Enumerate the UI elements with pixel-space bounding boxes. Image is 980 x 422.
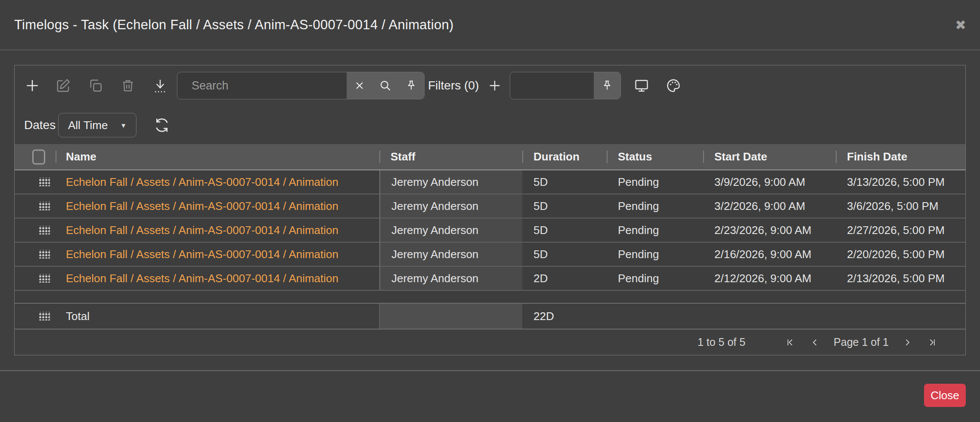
table-row: Echelon Fall / Assets / Anim-AS-0007-001…	[15, 170, 965, 194]
cell-duration: 5D	[522, 219, 607, 242]
header-start-date: Start Date	[703, 144, 836, 169]
cell-name: Echelon Fall / Assets / Anim-AS-0007-001…	[15, 267, 379, 290]
task-link[interactable]: Echelon Fall / Assets / Anim-AS-0007-001…	[66, 224, 338, 237]
clear-search-button[interactable]	[347, 72, 372, 99]
search-actions	[347, 72, 424, 99]
delete-button[interactable]	[121, 78, 135, 93]
cell-duration: 2D	[522, 267, 607, 290]
timelogs-panel: Filters (0) Dates All Time ▼	[14, 65, 966, 355]
cell-duration: 5D	[522, 243, 607, 266]
task-link[interactable]: Echelon Fall / Assets / Anim-AS-0007-001…	[66, 176, 338, 189]
cell-total-start	[703, 304, 836, 329]
drag-handle-icon[interactable]	[38, 202, 50, 210]
table-row: Echelon Fall / Assets / Anim-AS-0007-001…	[15, 267, 965, 291]
cell-status: Pending	[607, 170, 703, 194]
refresh-button[interactable]	[153, 117, 171, 134]
pin-filter-button[interactable]	[594, 72, 620, 99]
table-row: Echelon Fall / Assets / Anim-AS-0007-001…	[15, 219, 965, 243]
drag-handle-icon[interactable]	[38, 178, 50, 186]
drag-handle-icon[interactable]	[38, 274, 50, 283]
total-row: Total 22D	[15, 304, 965, 330]
date-range-value: All Time	[68, 118, 108, 132]
footer-divider	[0, 370, 980, 371]
cell-name: Echelon Fall / Assets / Anim-AS-0007-001…	[15, 170, 379, 194]
cell-total-staff	[379, 304, 522, 329]
header-divider	[56, 151, 56, 163]
first-page-icon	[785, 337, 795, 348]
dates-row: Dates All Time ▼	[15, 106, 965, 144]
export-button[interactable]	[152, 77, 168, 94]
previous-page-button[interactable]	[803, 337, 828, 348]
table-row: Echelon Fall / Assets / Anim-AS-0007-001…	[15, 194, 965, 219]
last-page-icon	[927, 337, 937, 348]
edit-icon	[56, 78, 71, 93]
download-icon	[152, 77, 168, 94]
pin-icon	[601, 79, 613, 92]
column-label: Staff	[391, 150, 416, 163]
toolbar: Filters (0)	[15, 65, 965, 106]
column-label: Finish Date	[847, 150, 907, 163]
close-icon[interactable]: ✖	[952, 15, 969, 34]
close-button-label: Close	[930, 389, 959, 402]
drag-handle-icon	[38, 312, 50, 320]
chevron-left-icon	[810, 337, 820, 348]
drag-handle-icon[interactable]	[38, 226, 50, 234]
filters-label: Filters (0)	[428, 79, 479, 92]
pin-search-button[interactable]	[398, 72, 424, 99]
cell-total-duration: 22D	[522, 304, 607, 329]
cell-start-date: 2/16/2026, 9:00 AM	[703, 243, 836, 266]
total-label: Total	[66, 310, 90, 323]
date-range-dropdown[interactable]: All Time ▼	[58, 113, 136, 137]
cell-total-status	[607, 304, 703, 329]
cell-finish-date: 2/27/2026, 5:00 PM	[836, 219, 965, 242]
task-link[interactable]: Echelon Fall / Assets / Anim-AS-0007-001…	[66, 248, 338, 261]
column-label: Start Date	[714, 150, 767, 163]
theme-button[interactable]	[666, 78, 681, 93]
trash-icon	[121, 78, 135, 93]
task-link[interactable]: Echelon Fall / Assets / Anim-AS-0007-001…	[66, 272, 338, 285]
last-page-button[interactable]	[920, 337, 945, 348]
select-all-checkbox[interactable]	[32, 149, 45, 164]
first-page-button[interactable]	[778, 337, 803, 348]
cell-status: Pending	[607, 219, 703, 242]
search-input[interactable]	[177, 72, 347, 99]
header-name: Name	[15, 144, 379, 169]
edit-button[interactable]	[56, 78, 71, 93]
next-page-button[interactable]	[895, 337, 920, 348]
pinned-filter-input[interactable]	[510, 72, 594, 99]
cell-finish-date: 2/20/2026, 5:00 PM	[836, 243, 965, 266]
refresh-icon	[153, 117, 171, 134]
table-row: Echelon Fall / Assets / Anim-AS-0007-001…	[15, 243, 965, 267]
palette-icon	[666, 78, 681, 93]
row-range-label: 1 to 5 of 5	[698, 336, 745, 348]
display-settings-button[interactable]	[633, 78, 650, 93]
cell-total-label: Total	[15, 304, 379, 329]
header-status: Status	[607, 144, 703, 169]
chevron-down-icon: ▼	[120, 121, 127, 129]
cell-staff: Jeremy Anderson	[379, 194, 522, 218]
cell-start-date: 2/23/2026, 9:00 AM	[703, 219, 836, 242]
task-link[interactable]: Echelon Fall / Assets / Anim-AS-0007-001…	[66, 200, 338, 213]
add-filter-button[interactable]	[487, 78, 502, 93]
header-staff: Staff	[379, 144, 522, 169]
cell-status: Pending	[607, 243, 703, 266]
table-header-row: Name Staff Duration Status Start Date Fi…	[15, 144, 965, 170]
monitor-icon	[633, 78, 650, 93]
cell-name: Echelon Fall / Assets / Anim-AS-0007-001…	[15, 219, 379, 242]
empty-filler-row	[15, 291, 965, 304]
close-button[interactable]: Close	[924, 384, 966, 407]
drag-handle-icon[interactable]	[38, 250, 50, 259]
add-button[interactable]	[24, 77, 40, 94]
duplicate-button[interactable]	[88, 78, 103, 93]
run-search-button[interactable]	[372, 72, 398, 99]
pager-controls: Page 1 of 1	[778, 336, 945, 348]
dates-label: Dates	[24, 118, 56, 132]
cell-name: Echelon Fall / Assets / Anim-AS-0007-001…	[15, 194, 379, 218]
column-label: Duration	[533, 150, 580, 163]
cell-start-date: 2/12/2026, 9:00 AM	[703, 267, 836, 290]
cell-finish-date: 3/6/2026, 5:00 PM	[836, 194, 965, 218]
chevron-right-icon	[902, 337, 912, 348]
cell-duration: 5D	[522, 194, 607, 218]
cell-duration: 5D	[522, 170, 607, 194]
cell-staff: Jeremy Anderson	[379, 219, 522, 242]
